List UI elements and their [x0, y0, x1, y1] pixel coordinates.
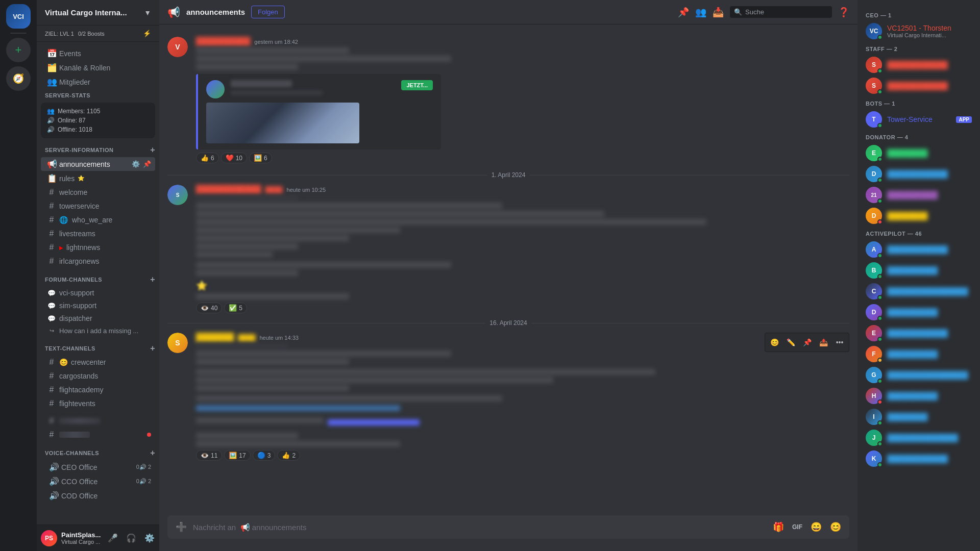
towerservice-channel[interactable]: # towerservice: [41, 199, 155, 213]
lightnnews-channel[interactable]: # ▶ lightnnews: [41, 241, 155, 254]
settings-button[interactable]: ⚙️: [141, 530, 158, 546]
emoji-button[interactable]: 😊: [828, 515, 843, 539]
reaction-eye[interactable]: 👁️ 40: [196, 303, 222, 313]
server-info-header[interactable]: SERVER-INFORMATION +: [37, 142, 159, 157]
flightevents-label: flightevents: [59, 399, 95, 408]
add-voice-channel[interactable]: +: [150, 448, 155, 458]
list-item[interactable]: H ██████████: [862, 386, 976, 406]
message-content-1: ██████████ gestern um 18:42: [196, 37, 849, 163]
boost-count: 0/2 Boosts: [78, 31, 105, 37]
headset-button[interactable]: 🎧: [123, 530, 139, 546]
livestreams-channel[interactable]: # livestreams: [41, 227, 155, 240]
blurred-icon-1: #: [47, 416, 56, 425]
list-item[interactable]: G ████████████████: [862, 365, 976, 385]
ap-dot-10: [877, 441, 883, 446]
reaction-image[interactable]: 🖼️ 6: [249, 153, 272, 163]
cco-office-channel[interactable]: 🔊 CCO Office 0🔊 2: [41, 474, 155, 488]
channels-roles-item[interactable]: 🗂️ Kanäle & Rollen: [41, 61, 155, 74]
reaction-thumbsup[interactable]: 👍 6: [196, 153, 219, 163]
crewcenter-channel[interactable]: # 😊 crewcenter: [41, 356, 155, 369]
reaction-check[interactable]: ✅ 5: [224, 303, 247, 313]
gift-button[interactable]: 🎁: [771, 515, 786, 539]
announcements-channel[interactable]: 📢 announcements ⚙️ 📌: [41, 157, 155, 171]
list-item[interactable]: E ████████████: [862, 323, 976, 343]
pin-icon-sm[interactable]: 📌: [143, 160, 151, 168]
discover-servers-icon[interactable]: 🧭: [6, 66, 31, 91]
server-stats-label: SERVER-STATS: [45, 92, 90, 98]
voice-header[interactable]: VOICE-CHANNELS +: [37, 445, 159, 460]
flightacademy-channel[interactable]: # flightacademy: [41, 383, 155, 396]
forum-header[interactable]: FORUM-CHANNELS +: [37, 272, 159, 286]
list-item[interactable]: D ██████████: [862, 302, 976, 322]
list-item[interactable]: T Tower-Service APP: [862, 109, 976, 130]
list-item[interactable]: S ████████████: [862, 76, 976, 96]
missing-channel[interactable]: ↪ How can i add a missing ...: [41, 325, 155, 337]
list-item[interactable]: J ██████████████: [862, 428, 976, 448]
reaction-blue-circle[interactable]: 🔵 3: [253, 450, 276, 461]
search-input[interactable]: [745, 8, 828, 16]
reaction-thumbsup-2[interactable]: 👍 2: [277, 450, 300, 461]
add-server-button[interactable]: +: [6, 38, 31, 62]
ap-avatar-5: E: [866, 325, 882, 341]
follow-button[interactable]: Folgen: [251, 6, 285, 18]
add-text-channel[interactable]: +: [150, 344, 155, 353]
embed-cta-button[interactable]: JETZT...: [401, 80, 433, 90]
blurred-channel-2[interactable]: #: [41, 428, 155, 441]
cod-office-channel[interactable]: 🔊 COD Office: [41, 489, 155, 503]
message-input-field[interactable]: [193, 517, 767, 537]
irlcargonews-channel[interactable]: # irlcargonews: [41, 255, 155, 268]
list-item[interactable]: D ████████: [862, 206, 976, 226]
list-item[interactable]: F ██████████: [862, 344, 976, 364]
search-bar[interactable]: 🔍: [730, 6, 832, 18]
server-stats-header[interactable]: SERVER-STATS: [37, 89, 159, 101]
member-avatar-ceo: VC: [866, 23, 882, 39]
forum-header-label: FORUM-CHANNELS: [45, 277, 102, 283]
list-item[interactable]: B ██████████: [862, 260, 976, 281]
help-header-icon[interactable]: ❓: [838, 7, 849, 18]
reaction-eye-2[interactable]: 👁️ 11: [196, 450, 222, 461]
list-item[interactable]: C ████████████████: [862, 281, 976, 302]
flightevents-channel[interactable]: # flightevents: [41, 397, 155, 410]
sticker-button[interactable]: 😄: [808, 515, 824, 539]
list-item[interactable]: D ████████████: [862, 164, 976, 184]
welcome-channel[interactable]: # welcome: [41, 186, 155, 199]
reaction-heart[interactable]: ❤️ 10: [221, 153, 247, 163]
server-header[interactable]: Virtual Cargo Interna... ▼: [37, 0, 159, 26]
gif-button[interactable]: GIF: [790, 517, 804, 537]
vci-support-channel[interactable]: 💬 vci-support: [41, 287, 155, 299]
member-name-donator2: ████████████: [887, 170, 948, 178]
blurred-channel-1[interactable]: #: [41, 414, 155, 428]
inbox-header-icon[interactable]: 📥: [713, 7, 724, 18]
cargostands-channel[interactable]: # cargostands: [41, 369, 155, 383]
list-item[interactable]: A ████████████: [862, 239, 976, 260]
pin-header-icon[interactable]: 📌: [678, 7, 689, 18]
channels-label: Kanäle & Rollen: [59, 64, 110, 72]
ceo-office-channel[interactable]: 🔊 CEO Office 0🔊 2: [41, 460, 155, 474]
members-header-icon[interactable]: 👥: [695, 7, 706, 18]
add-channel-icon[interactable]: +: [150, 145, 155, 155]
events-channel[interactable]: 📅 Events: [41, 46, 155, 60]
current-server-icon[interactable]: VCI: [6, 4, 31, 29]
flightacademy-label: flightacademy: [59, 386, 103, 394]
add-forum-channel[interactable]: +: [150, 275, 155, 284]
status-dot-d4: [877, 219, 883, 224]
rules-channel[interactable]: 📋 rules ⭐: [41, 171, 155, 185]
mic-button[interactable]: 🎤: [105, 530, 121, 546]
channel-list: 📅 Events 🗂️ Kanäle & Rollen 👥 Mitglieder…: [37, 42, 159, 524]
members-item[interactable]: 👥 Mitglieder: [41, 75, 155, 89]
list-item[interactable]: I ████████: [862, 407, 976, 427]
add-attachment-button[interactable]: ➕: [174, 515, 189, 539]
who-we-are-channel[interactable]: # 🌐 who_we_are: [41, 213, 155, 227]
list-item[interactable]: S ████████████: [862, 55, 976, 75]
list-item[interactable]: VC VC12501 - Thorsten Virtual Cargo Inte…: [862, 21, 976, 41]
online-icon: 🔊: [47, 117, 55, 124]
settings-icon[interactable]: ⚙️: [132, 160, 140, 168]
dispatcher-channel[interactable]: 💬 dispatcher: [41, 312, 155, 324]
text-header[interactable]: TEXT-CHANNELS +: [37, 341, 159, 355]
server-name: Virtual Cargo Interna...: [45, 8, 127, 17]
list-item[interactable]: E ████████: [862, 143, 976, 163]
list-item[interactable]: K ████████████: [862, 448, 976, 469]
sim-support-channel[interactable]: 💬 sim-support: [41, 299, 155, 312]
list-item[interactable]: 21 ██████████: [862, 185, 976, 205]
reaction-image-2[interactable]: 🖼️ 17: [224, 450, 250, 461]
